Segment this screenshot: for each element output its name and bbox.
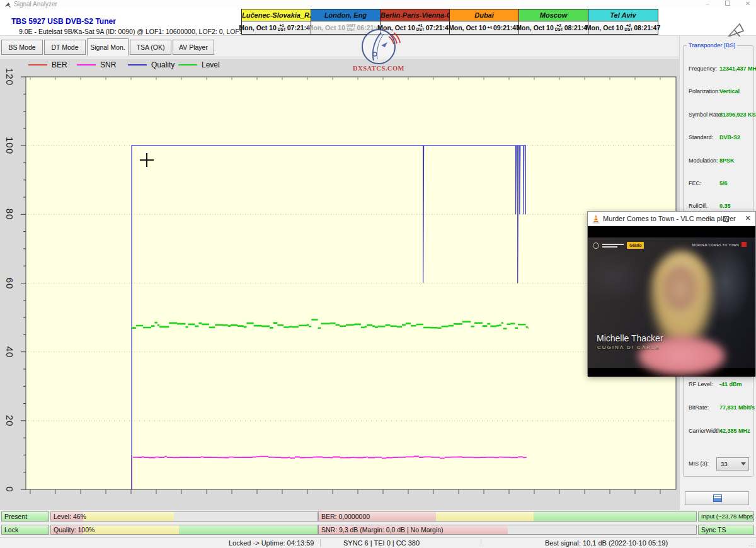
statusbar-separator [320, 539, 321, 547]
tab-av-player[interactable]: AV Player [173, 40, 214, 55]
chevron-down-icon [741, 462, 746, 465]
gauge-label: Quality: 100% [54, 525, 94, 534]
clock-city: Dubai [450, 9, 518, 21]
tab-tsa-ok-[interactable]: TSA (OK) [130, 40, 171, 55]
field-value: 8PSK [719, 157, 735, 164]
present-indicator: Present [1, 511, 49, 522]
vlc-title-bar[interactable]: Murder Comes to Town - VLC media player … [588, 212, 755, 226]
mis-selected-value: 33 [721, 460, 728, 467]
clock-tz: +1DST [416, 24, 425, 31]
resize-grip[interactable]: .:: [748, 542, 755, 547]
transponder-field: Polarization:Vertical [684, 88, 754, 96]
field-label: BitRate: [689, 404, 709, 411]
field-value: 77,831 Mbit/s [719, 404, 755, 411]
sync-status: SYNC 6 | TEI 0 | CC 380 [343, 539, 420, 547]
transponder-group-title: Transponder [BS] [687, 42, 737, 49]
clock-date: Mon, Oct 10 [308, 24, 346, 31]
field-label: RollOff: [689, 203, 707, 209]
clock-hms: 08:21:47 [634, 24, 660, 31]
window-close-button[interactable]: ✕ [742, 0, 753, 7]
mis-label: MIS (3): [689, 460, 709, 467]
clock-time: Mon, Oct 10+1DST07:21:47 [242, 21, 311, 34]
window-maximize-button[interactable] [722, 0, 733, 7]
uptime-status: Locked -> Uptime: 04:13:59 [229, 539, 314, 547]
clock-city: Berlin-Paris-Vienna-Cairo [381, 9, 449, 21]
mis-dropdown[interactable]: 33 [716, 457, 749, 471]
statusbar-separator [481, 539, 481, 547]
field-value: 5/6 [719, 180, 728, 186]
lock-label: Lock [4, 525, 18, 534]
transponder-field: RollOff:0.35 [684, 203, 754, 210]
clock-dubai: DubaiMon, Oct 10+409:21:47 [450, 9, 519, 34]
lock-indicator: Lock [1, 525, 49, 535]
present-label: Present [4, 512, 27, 521]
vlc-maximize-button[interactable] [723, 216, 729, 222]
transponder-field: FEC:5/6 [684, 180, 754, 188]
clock-city: Tel Aviv [588, 9, 658, 21]
video-still: Giallo MURDER COMES TO TOWN Michelle Tha… [588, 237, 755, 368]
gauge-label: SNR: 9,3 dB (Margin: 0,0 dB | No Margin) [321, 525, 444, 534]
ber-gauge: BER: 0,0000000 [318, 511, 697, 522]
sync-ts-label: Sync TS [701, 525, 726, 534]
sidebar-tool-button[interactable] [685, 491, 749, 505]
clock-date: Mon, Oct 10 [516, 24, 554, 31]
transponder-field: RF Level:-41 dBm [684, 381, 754, 389]
signal-plot[interactable] [0, 59, 679, 510]
export-window-icon [713, 494, 722, 502]
gauge-label: BER: 0,0000000 [321, 512, 370, 521]
tuner-title: TBS 5927 USB DVB-S2 Tuner [11, 17, 116, 26]
clock-time: Mon, Oct 10+1DST07:21:47 [381, 21, 449, 34]
channel-logo: Giallo [593, 242, 644, 249]
clock-date: Mon, Oct 10 [449, 24, 486, 31]
title-bar: Signal Analyzer – ✕ [0, 0, 756, 9]
channel-logo-icon [593, 243, 599, 249]
transponder-field: Standard:DVB-S2 [684, 134, 754, 142]
clock-time: Mon, Oct 10+2DST08:21:47 [519, 21, 588, 34]
vlc-close-button[interactable]: ✕ [743, 214, 753, 222]
field-value: DVB-S2 [719, 134, 740, 140]
app-icon [4, 1, 11, 8]
gauge-segment-yellow [83, 525, 179, 534]
channel-bug-icon [742, 242, 747, 247]
caption-role: CUGINA DI CARLA [597, 345, 660, 350]
tab-dt-mode[interactable]: DT Mode [44, 40, 86, 55]
clock-date: Mon, Oct 10 [377, 24, 415, 31]
vlc-video-frame[interactable]: Giallo MURDER COMES TO TOWN Michelle Tha… [588, 226, 755, 377]
tab-signal-mon-[interactable]: Signal Mon. [87, 38, 129, 56]
gauge-segment-green [534, 512, 696, 521]
clock-offset: +4 [488, 26, 492, 30]
clock-tel-aviv: Tel AvivMon, Oct 10+2DST08:21:47 [588, 9, 658, 34]
video-figure-face [663, 266, 697, 311]
transponder-field: BitRate:77,831 Mbit/s [684, 404, 754, 412]
clock-tz: +1DST [278, 24, 286, 31]
clock-tz: +2DST [555, 24, 563, 31]
channel-logo-text [602, 243, 624, 249]
status-bar: Locked -> Uptime: 04:13:59 SYNC 6 | TEI … [0, 537, 756, 548]
clock-city: Lučenec-Slovakia_R.Dávid [242, 9, 311, 21]
input-indicator: Input (~23,78 Mbps) [698, 511, 754, 522]
best-signal-status: Best signal: 10,1 dB (2022-10-10 05:19) [545, 539, 668, 547]
field-value: 0.35 [719, 203, 731, 209]
vlc-minimize-button[interactable]: – [704, 214, 714, 222]
input-label: Input (~23,78 Mbps) [701, 512, 754, 521]
field-value: 12341,437 MHz [719, 66, 756, 72]
tab-bs-mode[interactable]: BS Mode [1, 40, 43, 55]
clock-dst: DST [416, 28, 425, 31]
caption-name: Michelle Thacker [597, 333, 663, 343]
transponder-field: CarrierWidth:42,385 MHz [684, 428, 754, 435]
clock-tz: GMTDST [346, 24, 355, 31]
clock-moscow: MoscowMon, Oct 10+2DST08:21:47 [519, 9, 588, 34]
clock-time: Mon, Oct 10+409:21:47 [450, 21, 518, 34]
transponder-field: Modulation:8PSK [684, 157, 754, 165]
clock-time: Mon, Oct 10+2DST08:21:47 [588, 21, 658, 34]
clock-lu-enec-slovakia-r-d-vid: Lučenec-Slovakia_R.DávidMon, Oct 10+1DST… [242, 9, 311, 34]
clock-city: Moscow [519, 9, 588, 21]
field-value: -41 dBm [719, 381, 742, 387]
gauge-segment-green [179, 525, 318, 534]
clock-london-eng: London, EngMon, Oct 10GMTDST06:21:47 [311, 9, 381, 34]
field-value: 42,385 MHz [719, 428, 750, 434]
window-minimize-button[interactable]: – [702, 0, 713, 7]
transponder-field: Frequency:12341,437 MHz [684, 66, 754, 73]
clock-date: Mon, Oct 10 [586, 24, 624, 31]
gauge-segment-yellow [436, 512, 534, 521]
